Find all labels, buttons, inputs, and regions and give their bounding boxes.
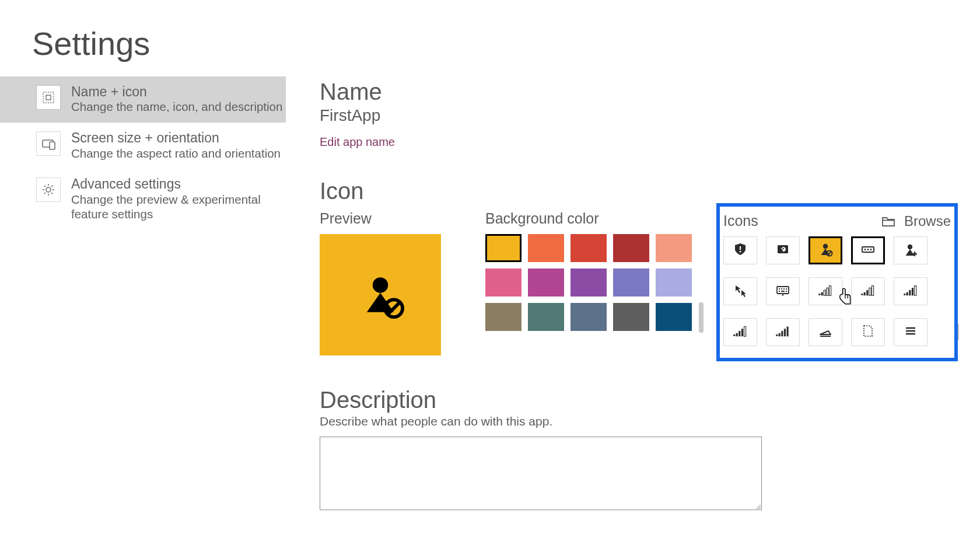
sidebar-item-subtitle: Change the aspect ratio and orientation [71,146,281,161]
password-field-icon [860,242,876,259]
color-swatch-4[interactable] [656,234,692,262]
svg-point-60 [733,334,735,336]
edit-app-name-link[interactable]: Edit app name [320,135,395,149]
icons-scrollbar[interactable] [956,323,959,341]
icon-option-user-block-icon[interactable] [808,236,842,264]
sidebar-item-title: Screen size + orientation [71,130,281,145]
name-heading: Name [320,79,980,105]
color-swatch-6[interactable] [528,268,564,297]
color-swatch-0[interactable] [485,234,522,262]
icon-option-menu-lines-icon[interactable] [894,318,928,346]
description-heading: Description [320,387,980,413]
color-swatch-7[interactable] [570,268,607,297]
sidebar-item-2[interactable]: Advanced settingsChange the preview & ex… [0,169,286,230]
svg-rect-54 [872,286,874,296]
gear-icon [36,177,61,202]
icon-option-bars-4-icon[interactable] [766,318,800,346]
bars-0-icon [818,283,833,299]
icon-option-pointer-click-icon[interactable] [723,277,757,305]
color-swatch-10[interactable] [485,303,522,331]
preview-column: Preview [320,210,441,355]
svg-rect-53 [869,288,871,295]
svg-rect-66 [779,333,780,337]
bars-2-icon [903,283,918,299]
sidebar-item-0[interactable]: Name + iconChange the name, icon, and de… [0,76,286,123]
name-section: Name FirstApp Edit app name [320,79,980,149]
color-swatch-1[interactable] [528,234,564,262]
color-swatch-11[interactable] [528,303,564,331]
icon-option-bars-3-icon[interactable] [723,318,757,346]
svg-rect-59 [915,286,916,296]
description-hint: Describe what people can do with this ap… [320,414,980,428]
user-block-icon [817,242,834,259]
bars-1-icon [860,283,876,299]
svg-rect-68 [784,329,786,336]
settings-sidebar: Name + iconChange the name, icon, and de… [0,76,286,512]
svg-rect-61 [736,333,738,337]
svg-rect-52 [866,290,868,295]
user-add-icon [903,242,918,259]
icon-option-keyboard-icon[interactable] [766,277,800,305]
bars-4-icon [775,324,790,340]
image-refresh-icon [775,242,790,259]
description-input[interactable] [320,437,762,510]
sidebar-item-subtitle: Change the name, icon, and description [71,99,282,114]
svg-rect-64 [744,327,746,337]
icons-panel: Icons Browse [723,210,951,351]
scanner-icon [818,324,833,340]
icon-section: Icon Preview Background color [320,178,980,355]
icon-option-shield-alert-icon[interactable] [723,236,757,264]
bars-3-icon [733,324,748,340]
background-color-column: Background color [485,210,692,355]
browse-icons-button[interactable]: Browse [880,213,951,229]
icon-heading: Icon [320,178,980,204]
icon-option-password-field-icon[interactable] [851,236,885,264]
color-swatch-9[interactable] [656,268,692,297]
icon-option-bars-1-icon[interactable] [851,277,885,305]
svg-rect-57 [909,290,911,295]
app-name-value: FirstApp [320,106,980,125]
svg-rect-56 [907,292,908,296]
svg-rect-47 [824,290,825,295]
page-dashed-icon [860,324,876,340]
svg-rect-62 [738,331,740,336]
icon-preview [320,234,441,355]
icon-option-scanner-icon[interactable] [808,318,842,346]
shield-alert-icon [733,242,748,259]
browse-label: Browse [904,213,951,229]
color-swatch-12[interactable] [570,303,607,331]
color-swatch-14[interactable] [656,303,692,331]
icons-panel-highlight-wrapper: Icons Browse [723,210,951,355]
color-swatch-3[interactable] [613,234,649,262]
icon-option-page-dashed-icon[interactable] [851,318,885,346]
svg-rect-63 [741,329,743,336]
icon-option-bars-0-icon[interactable] [808,277,842,305]
menu-lines-icon [903,324,918,340]
keyboard-icon [775,283,790,299]
color-swatch-2[interactable] [570,234,607,262]
background-color-label: Background color [485,210,692,227]
background-color-grid [485,234,692,331]
description-section: Description Describe what people can do … [320,387,980,512]
icon-option-user-add-icon[interactable] [894,236,928,264]
color-swatch-8[interactable] [613,268,649,297]
svg-point-55 [904,294,905,295]
user-block-icon [355,270,405,320]
icon-option-bars-2-icon[interactable] [894,277,928,305]
svg-point-50 [861,294,863,295]
svg-point-45 [818,294,820,295]
svg-rect-49 [830,286,831,296]
background-color-scrollbar[interactable] [699,302,704,333]
sidebar-item-1[interactable]: Screen size + orientationChange the aspe… [0,123,286,169]
svg-rect-48 [827,288,828,295]
svg-rect-58 [912,288,914,295]
svg-rect-51 [864,292,866,296]
icons-grid [723,236,951,346]
color-swatch-13[interactable] [613,303,649,331]
device-icon [36,131,61,156]
icon-option-image-refresh-icon[interactable] [766,236,800,264]
svg-rect-46 [821,292,823,296]
settings-main: Name FirstApp Edit app name Icon Preview… [286,76,980,512]
color-swatch-5[interactable] [485,268,522,297]
svg-rect-69 [787,327,789,337]
